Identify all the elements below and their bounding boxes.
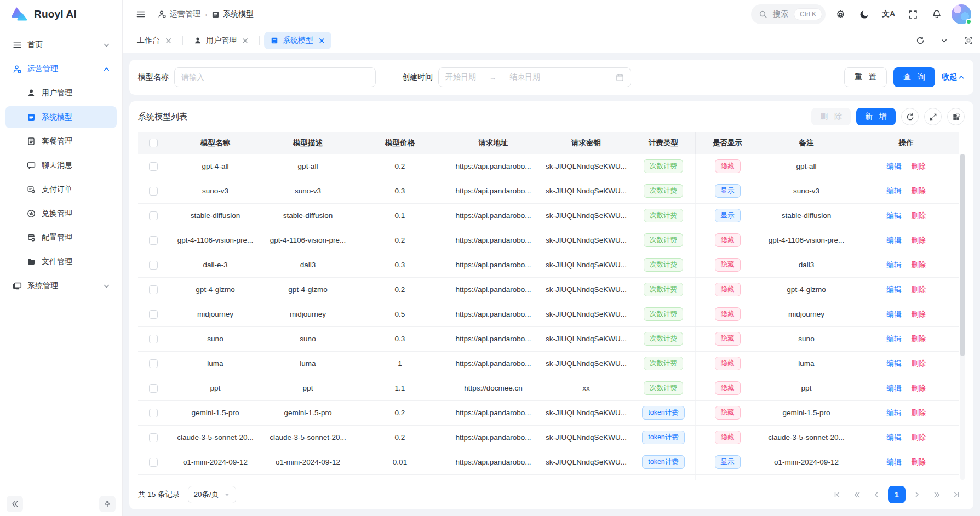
delete-link[interactable]: 删除 [911, 162, 926, 170]
pin-icon[interactable] [99, 496, 116, 512]
row-checkbox[interactable] [149, 335, 158, 343]
column-settings-icon[interactable] [947, 108, 965, 125]
settings-gear-icon[interactable] [831, 5, 850, 24]
edit-link[interactable]: 编辑 [886, 433, 901, 442]
translate-icon[interactable]: 文A [879, 5, 898, 24]
cell-model-name: dall-e-3 [169, 253, 262, 277]
reset-button[interactable]: 重 置 [844, 67, 887, 87]
refresh-icon[interactable] [908, 28, 932, 53]
delete-link[interactable]: 删除 [911, 384, 926, 392]
query-button[interactable]: 查 询 [893, 67, 935, 87]
content-fullscreen-icon[interactable] [956, 28, 980, 53]
sidebar-item-用户管理[interactable]: 用户管理 [5, 82, 117, 104]
edit-link[interactable]: 编辑 [886, 335, 901, 343]
close-icon[interactable] [242, 38, 248, 44]
user-avatar[interactable] [952, 4, 971, 24]
sidebar-item-聊天消息[interactable]: 聊天消息 [5, 154, 117, 176]
row-checkbox[interactable] [149, 384, 158, 393]
edit-link[interactable]: 编辑 [886, 409, 901, 417]
edit-link[interactable]: 编辑 [886, 285, 901, 294]
row-checkbox[interactable] [149, 211, 158, 220]
hamburger-menu-icon[interactable] [131, 5, 150, 24]
edit-link[interactable]: 编辑 [886, 211, 901, 220]
scrollbar-thumb[interactable] [960, 154, 965, 356]
visible-tag: 隐藏 [715, 357, 741, 370]
breadcrumb-item-operations[interactable]: 运营管理 [158, 9, 200, 19]
model-name-input[interactable] [174, 67, 376, 87]
close-icon[interactable] [319, 38, 325, 44]
sidebar-item-套餐管理[interactable]: 套餐管理 [5, 130, 117, 152]
delete-link[interactable]: 删除 [911, 409, 926, 417]
add-button[interactable]: 新 增 [856, 108, 896, 125]
delete-link[interactable]: 删除 [911, 261, 926, 269]
sidebar-collapse-button[interactable] [7, 496, 23, 512]
sidebar-item-配置管理[interactable]: 配置管理 [5, 227, 117, 249]
last-page-button[interactable] [948, 486, 965, 503]
sidebar-item-兑换管理[interactable]: 兑换管理 [5, 203, 117, 225]
first-page-button[interactable] [829, 486, 845, 503]
collapse-filter-link[interactable]: 收起 [942, 72, 965, 82]
edit-link[interactable]: 编辑 [886, 359, 901, 368]
dark-mode-moon-icon[interactable] [855, 5, 874, 24]
tab-system-model[interactable]: 系统模型 [264, 32, 331, 49]
sidebar-item-系统管理[interactable]: 系统管理 [5, 275, 117, 297]
fast-next-button[interactable] [929, 486, 945, 503]
delete-link[interactable]: 删除 [911, 359, 926, 368]
global-search[interactable]: 搜索 Ctrl K [751, 4, 826, 24]
close-icon[interactable] [165, 38, 171, 44]
edit-link[interactable]: 编辑 [886, 384, 901, 392]
create-time-range-picker[interactable]: 开始日期 → 结束日期 [438, 67, 631, 87]
delete-link[interactable]: 删除 [911, 236, 926, 244]
table-fullscreen-icon[interactable] [924, 108, 942, 125]
cell-model-desc: suno-v3 [262, 179, 354, 203]
next-page-button[interactable] [909, 486, 925, 503]
prev-page-button[interactable] [868, 486, 885, 503]
chevron-down-icon[interactable] [932, 28, 956, 53]
delete-button[interactable]: 删 除 [811, 108, 851, 125]
row-checkbox[interactable] [149, 285, 158, 294]
delete-link[interactable]: 删除 [911, 187, 926, 195]
sidebar-item-支付订单[interactable]: 支付订单 [5, 179, 117, 200]
billing-type-tag: 次数计费 [644, 283, 683, 296]
delete-link[interactable]: 删除 [911, 285, 926, 294]
delete-link[interactable]: 删除 [911, 211, 926, 220]
cell-request-key: sk-JIUQLNndqSeKWU... [541, 400, 632, 425]
fast-prev-button[interactable] [849, 486, 865, 503]
row-checkbox[interactable] [149, 187, 158, 196]
row-checkbox[interactable] [149, 162, 158, 171]
edit-link[interactable]: 编辑 [886, 187, 901, 195]
delete-link[interactable]: 删除 [911, 433, 926, 442]
fullscreen-icon[interactable] [903, 5, 922, 24]
edit-link[interactable]: 编辑 [886, 236, 901, 244]
edit-link[interactable]: 编辑 [886, 458, 901, 466]
notifications-bell-icon[interactable] [927, 5, 946, 24]
tab-user-management[interactable]: 用户管理 [187, 32, 255, 49]
cell-actions: 编辑删除 [853, 400, 959, 425]
sidebar-item-运营管理[interactable]: 运营管理 [5, 58, 117, 80]
sidebar-item-系统模型[interactable]: 系统模型 [5, 106, 117, 128]
row-checkbox[interactable] [149, 261, 158, 270]
current-page[interactable]: 1 [888, 486, 906, 503]
delete-link[interactable]: 删除 [911, 310, 926, 318]
cell-visible: 隐藏 [695, 326, 760, 351]
table-row: lumaluma1https://api.pandarobo...sk-JIUQ… [138, 351, 959, 376]
breadcrumb-item-system-model[interactable]: 系统模型 [211, 9, 254, 19]
edit-link[interactable]: 编辑 [886, 261, 901, 269]
edit-link[interactable]: 编辑 [886, 310, 901, 318]
tab-workbench[interactable]: 工作台 [130, 32, 178, 49]
row-checkbox[interactable] [149, 359, 158, 368]
row-checkbox[interactable] [149, 409, 158, 417]
row-checkbox[interactable] [149, 458, 158, 467]
select-all-checkbox[interactable] [149, 139, 158, 147]
row-checkbox[interactable] [149, 236, 158, 245]
row-checkbox[interactable] [149, 433, 158, 442]
delete-link[interactable]: 删除 [911, 458, 926, 466]
delete-link[interactable]: 删除 [911, 335, 926, 343]
sidebar-item-首页[interactable]: 首页 [5, 34, 117, 56]
row-checkbox[interactable] [149, 310, 158, 319]
table-refresh-icon[interactable] [901, 108, 919, 125]
page-size-select[interactable]: 20条/页 [188, 486, 237, 503]
edit-link[interactable]: 编辑 [886, 162, 901, 170]
table-scrollbar[interactable] [960, 154, 965, 480]
sidebar-item-文件管理[interactable]: 文件管理 [5, 251, 117, 273]
